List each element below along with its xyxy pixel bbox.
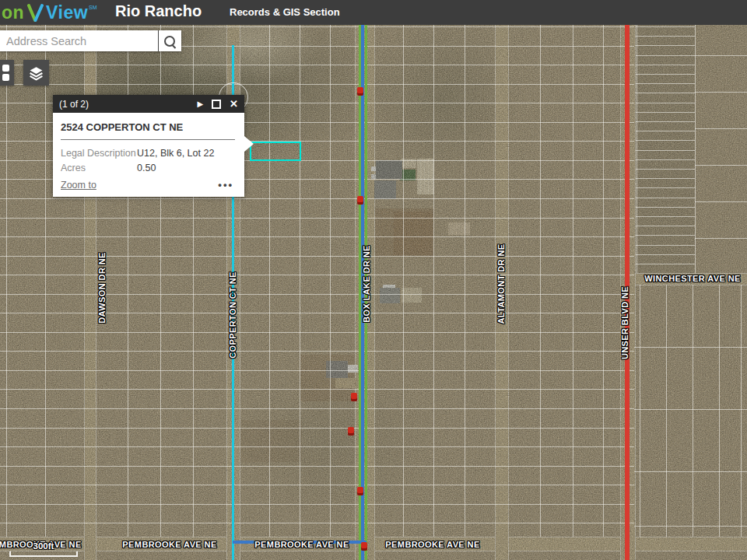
- parcel-line: [695, 165, 747, 166]
- logo-text-on: on: [2, 2, 24, 23]
- layers-button[interactable]: [23, 60, 49, 86]
- parcel-line: [540, 25, 541, 537]
- parcel-line: [719, 285, 720, 537]
- popup-pager: (1 of 2): [59, 99, 197, 110]
- parcel-line: [695, 238, 747, 239]
- gis-viewer: on View SM Rio Rancho Records & GIS Sect…: [0, 0, 747, 560]
- terrain-patch-6: [636, 25, 695, 274]
- logo-v-icon: [26, 3, 45, 22]
- popup-divider: [61, 139, 235, 140]
- search-icon: [164, 36, 175, 47]
- header-city-title: Rio Rancho: [115, 2, 202, 20]
- search-button[interactable]: [159, 30, 181, 51]
- logo-text-view: View: [46, 2, 88, 23]
- red-point-marker: [351, 393, 357, 401]
- parcel-line: [695, 25, 696, 273]
- street-label-altamont: ALTAMONT DR NE: [496, 244, 506, 324]
- search-input[interactable]: [0, 30, 158, 51]
- parcel-line: [573, 25, 573, 537]
- highlighted-parcel[interactable]: [250, 142, 301, 161]
- zoom-to-link[interactable]: Zoom to: [61, 180, 96, 191]
- scale-bar: 300ft: [9, 541, 78, 557]
- street-label-pembrooke-4: PEMBROOKE AVE NE: [385, 540, 479, 549]
- field-label: Acres: [61, 161, 137, 176]
- app-header: on View SM Rio Rancho Records & GIS Sect…: [0, 0, 747, 25]
- street-label-pembrooke-3: PEMBROOKE AVE NE: [254, 540, 349, 549]
- building-5: [401, 159, 416, 168]
- scale-line: [9, 551, 78, 557]
- field-value: U12, Blk 6, Lot 22: [137, 146, 214, 161]
- building-9: [402, 288, 422, 303]
- building-4: [400, 170, 416, 180]
- red-point-marker: [348, 427, 354, 436]
- parcel-line: [741, 285, 742, 537]
- app-logo: on View SM: [2, 2, 97, 23]
- popup-header: (1 of 2) ▶ ✕: [53, 95, 244, 113]
- scale-text: 300ft: [9, 541, 78, 551]
- close-icon[interactable]: ✕: [230, 99, 238, 109]
- red-point-marker: [357, 487, 363, 495]
- building-0: [376, 160, 402, 179]
- parcel-line: [693, 285, 693, 537]
- field-row-acres: Acres 0.50: [61, 161, 235, 176]
- building-6: [417, 159, 434, 194]
- dock-popup-icon[interactable]: [212, 100, 221, 109]
- popup-body: 2524 COPPERTON CT NE Legal Description U…: [53, 113, 244, 197]
- parcel-line: [634, 471, 747, 472]
- popup-footer: Zoom to •••: [61, 180, 233, 191]
- building-11: [348, 365, 358, 373]
- building-7: [380, 288, 400, 303]
- street-label-box-lake: BOX LAKE DR NE: [362, 245, 371, 323]
- basemap-grid-icon: [0, 65, 9, 81]
- red-point-marker: [357, 196, 363, 205]
- parcel-line: [634, 347, 747, 348]
- street-label-unser: UNSER BLVD NE: [620, 286, 630, 359]
- parcel-line: [666, 285, 667, 537]
- parcel-line: [695, 128, 747, 129]
- street-label-winchester: WINCHESTER AVE NE: [644, 274, 741, 283]
- field-row-legal: Legal Description U12, Blk 6, Lot 22: [61, 146, 235, 161]
- parcel-line: [695, 201, 747, 202]
- logo-sm-mark: SM: [89, 5, 97, 10]
- parcel-line: [634, 526, 747, 527]
- red-point-marker: [357, 87, 363, 96]
- popup-pointer-arrow: [244, 136, 254, 152]
- parcel-line: [634, 409, 747, 410]
- parcel-line: [695, 92, 747, 93]
- cleared-lot-3: [235, 420, 302, 462]
- field-label: Legal Description: [61, 146, 137, 161]
- building-12: [335, 378, 362, 388]
- street-label-pembrooke-2: PEMBROOKE AVE NE: [122, 540, 216, 549]
- building-10: [326, 361, 348, 378]
- building-1: [374, 180, 396, 199]
- address-search-box: [0, 30, 181, 51]
- red-point-marker: [361, 542, 367, 551]
- feature-popup: (1 of 2) ▶ ✕ 2524 COPPERTON CT NE Legal …: [53, 95, 244, 197]
- popup-title: 2524 COPPERTON CT NE: [61, 119, 235, 139]
- building-13: [448, 222, 470, 235]
- field-value: 0.50: [137, 161, 156, 176]
- next-feature-icon[interactable]: ▶: [197, 100, 203, 108]
- basemap-gallery-button[interactable]: [0, 60, 14, 86]
- parcel-line: [695, 55, 747, 56]
- street-label-dawson: DAWSON DR NE: [97, 252, 107, 324]
- parcel-line: [640, 285, 640, 537]
- layers-icon: [28, 65, 44, 82]
- header-section-title: Records & GIS Section: [230, 6, 340, 18]
- parcel-line: [603, 25, 604, 537]
- more-actions-icon[interactable]: •••: [218, 183, 233, 188]
- street-label-copperton: COPPERTON CT NE: [228, 271, 237, 359]
